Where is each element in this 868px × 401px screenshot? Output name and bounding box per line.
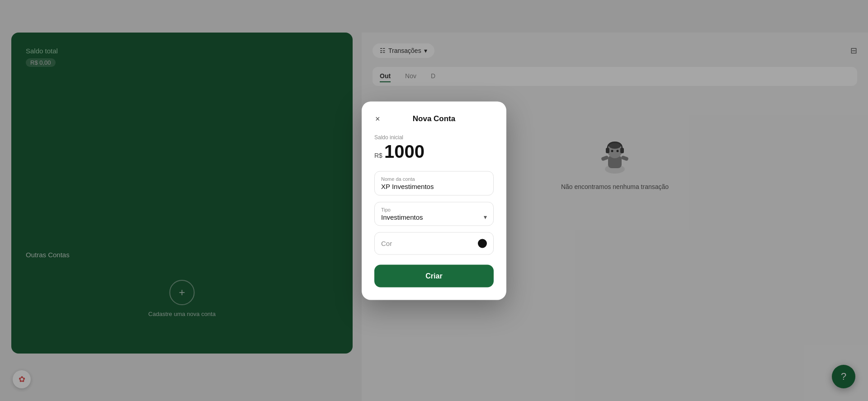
tipo-chevron-icon: ▾ bbox=[484, 213, 487, 221]
tipo-field-group: Tipo Investimentos ▾ bbox=[374, 202, 494, 226]
nome-input[interactable] bbox=[381, 182, 487, 190]
cor-field[interactable]: Cor bbox=[374, 232, 494, 255]
saldo-amount: R$ 1000 bbox=[374, 142, 494, 160]
modal-header: × Nova Conta bbox=[374, 114, 494, 123]
nome-label: Nome da conta bbox=[381, 176, 487, 181]
modal-title: Nova Conta bbox=[413, 114, 455, 123]
tipo-label: Tipo bbox=[381, 207, 487, 212]
nova-conta-modal: × Nova Conta Saldo inicial R$ 1000 Nome … bbox=[362, 101, 506, 300]
saldo-label: Saldo inicial bbox=[374, 134, 494, 140]
tipo-field[interactable]: Tipo Investimentos ▾ bbox=[374, 202, 494, 226]
nome-field: Nome da conta bbox=[374, 171, 494, 195]
tipo-value: Investimentos bbox=[381, 213, 423, 221]
saldo-value: 1000 bbox=[384, 142, 425, 160]
tipo-select-wrapper: Investimentos ▾ bbox=[381, 213, 487, 221]
color-swatch bbox=[478, 239, 487, 248]
cor-field-group: Cor bbox=[374, 232, 494, 255]
cor-label: Cor bbox=[381, 240, 392, 247]
nome-field-group: Nome da conta bbox=[374, 171, 494, 195]
modal-close-button[interactable]: × bbox=[374, 113, 381, 123]
criar-button[interactable]: Criar bbox=[374, 264, 494, 287]
saldo-currency: R$ bbox=[374, 151, 382, 159]
